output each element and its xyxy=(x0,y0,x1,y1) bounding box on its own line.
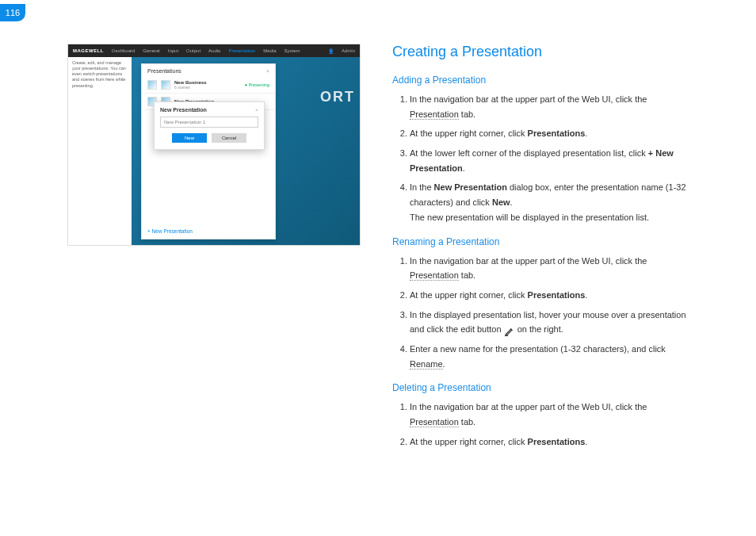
step-item: In the displayed presentation list, hove… xyxy=(410,308,693,337)
app-navbar: MAGEWELL Dashboard General Input Output … xyxy=(68,44,360,57)
steps-list: In the navigation bar at the upper part … xyxy=(392,254,693,372)
nav-presentation[interactable]: Presentation xyxy=(228,48,255,53)
section-heading: Deleting a Presentation xyxy=(392,382,693,393)
panel-header: Presentations × xyxy=(142,64,275,77)
nav-general[interactable]: General xyxy=(143,48,159,53)
step-item: At the lower left corner of the displaye… xyxy=(410,146,693,175)
steps-list: In the navigation bar at the upper part … xyxy=(392,400,693,449)
presentation-thumb xyxy=(147,80,157,90)
nav-dashboard[interactable]: Dashboard xyxy=(112,48,135,53)
user-name[interactable]: Admin xyxy=(342,48,355,53)
presentation-thumb xyxy=(161,80,170,90)
new-presentation-dialog: New Presentation × New Presentation 1 Ne… xyxy=(154,101,265,150)
new-button[interactable]: New xyxy=(172,133,207,143)
doc-body: Adding a PresentationIn the navigation b… xyxy=(392,75,693,449)
nav-audio[interactable]: Audio xyxy=(208,48,220,53)
new-presentation-link[interactable]: + New Presentation xyxy=(147,228,193,234)
nav-output[interactable]: Output xyxy=(186,48,200,53)
step-item: In the New Presentation dialog box, ente… xyxy=(410,180,693,224)
step-item: In the navigation bar at the upper part … xyxy=(410,400,693,429)
doc-column: Creating a Presentation Adding a Present… xyxy=(392,44,693,454)
nav-media[interactable]: Media xyxy=(263,48,276,53)
nav-system[interactable]: System xyxy=(284,48,300,53)
user-icon[interactable]: 👤 xyxy=(328,48,334,54)
steps-list: In the navigation bar at the upper part … xyxy=(392,92,693,225)
nav-input[interactable]: Input xyxy=(168,48,178,53)
embedded-screenshot: MAGEWELL Dashboard General Input Output … xyxy=(67,44,361,246)
step-item: In the navigation bar at the upper part … xyxy=(410,92,693,121)
dialog-title: New Presentation xyxy=(160,107,207,113)
panel-title: Presentations xyxy=(147,68,181,74)
step-item: Enter a new name for the presentation (1… xyxy=(410,342,693,371)
step-item: In the navigation bar at the upper part … xyxy=(410,254,693,283)
presentation-row[interactable]: New Business 6 scenes ● Presenting xyxy=(142,77,275,94)
presentation-scenes: 6 scenes xyxy=(174,85,207,90)
close-icon[interactable]: × xyxy=(255,107,258,113)
screenshot-column: MAGEWELL Dashboard General Input Output … xyxy=(67,44,361,454)
step-item: At the upper right corner, click Present… xyxy=(410,288,693,303)
step-item: At the upper right corner, click Present… xyxy=(410,435,693,450)
presentation-name-input[interactable]: New Presentation 1 xyxy=(160,117,258,128)
presentations-panel: Presentations × New Business 6 scenes ● … xyxy=(141,63,276,239)
presenting-badge: ● Presenting xyxy=(245,82,269,87)
page-content: MAGEWELL Dashboard General Input Output … xyxy=(0,0,756,469)
preview-text: ORT xyxy=(320,89,360,105)
page-title: Creating a Presentation xyxy=(392,44,693,60)
app-sidebar: Create, edit, and manage your presentati… xyxy=(68,57,132,245)
pencil-icon xyxy=(504,326,515,337)
brand-logo: MAGEWELL xyxy=(73,48,104,53)
section-heading: Renaming a Presentation xyxy=(392,236,693,247)
page-number-badge: 116 xyxy=(0,4,25,21)
close-icon[interactable]: × xyxy=(266,68,269,74)
step-item: At the upper right corner, click Present… xyxy=(410,126,693,141)
cancel-button[interactable]: Cancel xyxy=(212,133,246,143)
section-heading: Adding a Presentation xyxy=(392,75,693,86)
